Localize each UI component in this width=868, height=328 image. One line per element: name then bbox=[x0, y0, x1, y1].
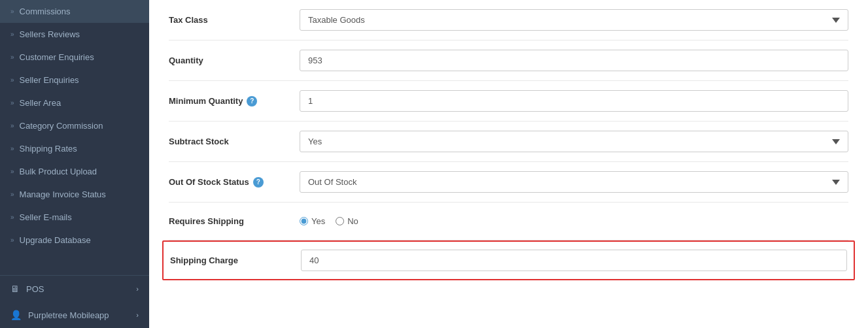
form-label-requires-shipping: Requires Shipping bbox=[169, 216, 300, 226]
form-label-subtract-stock: Subtract Stock bbox=[169, 137, 300, 146]
tax-class-select[interactable]: Taxable GoodsNone bbox=[300, 9, 848, 31]
requires-shipping-radio-label: Yes bbox=[311, 216, 325, 226]
sidebar-item-label: Seller E-mails bbox=[20, 212, 72, 222]
sidebar-item-seller-area[interactable]: »Seller Area bbox=[0, 91, 149, 114]
sidebar-bottom-label: Purpletree Mobileapp bbox=[28, 310, 109, 320]
sidebar-item-label: Upgrade Database bbox=[20, 235, 91, 245]
form-row-out-of-stock-status: Out Of Stock Status?Out Of StockIn Stock… bbox=[169, 162, 848, 203]
form-row-shipping-charge: Shipping Charge bbox=[162, 240, 855, 280]
form-field-out-of-stock-status: Out Of StockIn Stock2-3 DaysPre-Order bbox=[300, 171, 848, 193]
chevron-icon: » bbox=[10, 214, 14, 221]
form-field-subtract-stock: YesNo bbox=[300, 131, 848, 152]
quantity-input[interactable] bbox=[300, 50, 848, 71]
form-label-minimum-quantity: Minimum Quantity? bbox=[169, 96, 300, 107]
sidebar-bottom: 🖥POS›👤Purpletree Mobileapp› bbox=[0, 275, 149, 328]
minimum-quantity-input[interactable] bbox=[300, 90, 848, 112]
arrow-icon: › bbox=[136, 311, 139, 319]
sidebar-bottom-label: POS bbox=[26, 284, 44, 294]
form-label-shipping-charge: Shipping Charge bbox=[170, 255, 301, 265]
chevron-icon: » bbox=[10, 122, 14, 129]
form-row-quantity: Quantity bbox=[169, 41, 848, 81]
sidebar-item-commissions[interactable]: »Commissions bbox=[0, 0, 149, 23]
form-field-requires-shipping: YesNo bbox=[300, 216, 848, 226]
requires-shipping-radio-label: No bbox=[347, 216, 358, 226]
sidebar-item-label: Customer Enquiries bbox=[20, 52, 94, 62]
out-of-stock-status-select[interactable]: Out Of StockIn Stock2-3 DaysPre-Order bbox=[300, 171, 848, 193]
form-field-quantity bbox=[300, 50, 848, 71]
sidebar-item-category-commission[interactable]: »Category Commission bbox=[0, 114, 149, 137]
form-row-subtract-stock: Subtract StockYesNo bbox=[169, 122, 848, 162]
shipping-charge-input[interactable] bbox=[301, 250, 847, 271]
chevron-icon: » bbox=[10, 99, 14, 107]
sidebar-item-sellers-reviews[interactable]: »Sellers Reviews bbox=[0, 23, 149, 46]
sidebar-item-label: Bulk Product Upload bbox=[20, 167, 97, 176]
form-field-tax-class: Taxable GoodsNone bbox=[300, 9, 848, 31]
sidebar-item-label: Category Commission bbox=[20, 121, 103, 131]
sidebar-item-upgrade-database[interactable]: »Upgrade Database bbox=[0, 229, 149, 252]
chevron-icon: » bbox=[10, 54, 14, 61]
chevron-icon: » bbox=[10, 76, 14, 84]
form-label-tax-class: Tax Class bbox=[169, 15, 300, 25]
form-label-quantity: Quantity bbox=[169, 56, 300, 65]
requires-shipping-radio-yes[interactable]: Yes bbox=[300, 216, 325, 226]
form-field-minimum-quantity bbox=[300, 90, 848, 112]
sidebar-item-bulk-product-upload[interactable]: »Bulk Product Upload bbox=[0, 160, 149, 183]
form-row-requires-shipping: Requires ShippingYesNo bbox=[169, 203, 848, 240]
form-row-minimum-quantity: Minimum Quantity? bbox=[169, 81, 848, 122]
sidebar-item-label: Sellers Reviews bbox=[20, 29, 80, 39]
chevron-icon: » bbox=[10, 168, 14, 175]
sidebar-item-label: Manage Invoice Status bbox=[20, 189, 106, 199]
sidebar-item-customer-enquiries[interactable]: »Customer Enquiries bbox=[0, 46, 149, 69]
form-section: Tax ClassTaxable GoodsNoneQuantityMinimu… bbox=[149, 0, 868, 280]
sidebar-bottom-item-pos[interactable]: 🖥POS› bbox=[0, 276, 149, 302]
chevron-icon: » bbox=[10, 31, 14, 38]
bottom-icon: 🖥 bbox=[10, 284, 20, 294]
form-label-out-of-stock-status: Out Of Stock Status? bbox=[169, 177, 300, 188]
form-row-tax-class: Tax ClassTaxable GoodsNone bbox=[169, 0, 848, 41]
chevron-icon: » bbox=[10, 191, 14, 198]
requires-shipping-radio-no[interactable]: No bbox=[336, 216, 358, 226]
main-content: Tax ClassTaxable GoodsNoneQuantityMinimu… bbox=[149, 0, 868, 328]
sidebar-bottom-item-purpletree-mobileapp[interactable]: 👤Purpletree Mobileapp› bbox=[0, 302, 149, 328]
arrow-icon: › bbox=[136, 285, 139, 293]
sidebar-item-manage-invoice-status[interactable]: »Manage Invoice Status bbox=[0, 183, 149, 206]
chevron-icon: » bbox=[10, 8, 14, 15]
help-icon[interactable]: ? bbox=[253, 177, 264, 188]
sidebar-item-label: Seller Area bbox=[20, 98, 61, 108]
chevron-icon: » bbox=[10, 237, 14, 244]
bottom-icon: 👤 bbox=[10, 310, 22, 320]
sidebar-item-label: Shipping Rates bbox=[20, 144, 77, 154]
form-field-shipping-charge bbox=[301, 250, 847, 271]
sidebar-item-label: Seller Enquiries bbox=[20, 75, 79, 85]
help-icon[interactable]: ? bbox=[247, 96, 257, 107]
sidebar-item-seller-emails[interactable]: »Seller E-mails bbox=[0, 206, 149, 229]
chevron-icon: » bbox=[10, 145, 14, 152]
sidebar: »Commissions»Sellers Reviews»Customer En… bbox=[0, 0, 149, 328]
sidebar-item-label: Commissions bbox=[20, 7, 71, 16]
sidebar-item-shipping-rates[interactable]: »Shipping Rates bbox=[0, 137, 149, 160]
sidebar-item-seller-enquiries[interactable]: »Seller Enquiries bbox=[0, 69, 149, 91]
subtract-stock-select[interactable]: YesNo bbox=[300, 131, 848, 152]
